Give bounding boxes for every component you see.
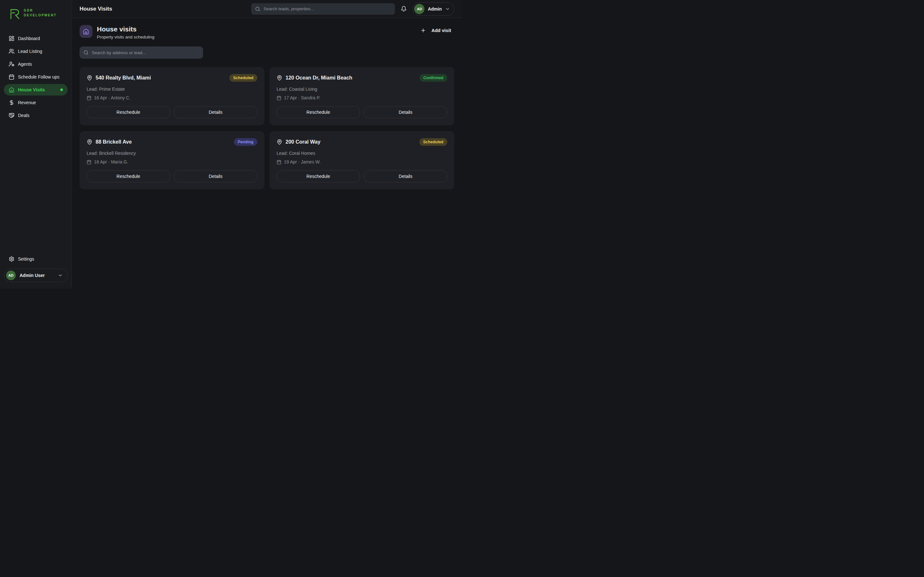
sidebar-item-label: Lead Listing bbox=[18, 49, 42, 54]
sidebar-item-settings[interactable]: Settings bbox=[4, 253, 68, 265]
sidebar-item-label: Agents bbox=[18, 61, 32, 67]
map-pin-icon bbox=[87, 75, 92, 81]
visit-card-header: 540 Realty Blvd, Miami Scheduled bbox=[87, 74, 257, 82]
sidebar-item-label: Revenue bbox=[18, 100, 36, 105]
sidebar-item[interactable]: Lead Listing bbox=[4, 45, 68, 57]
search-icon bbox=[255, 6, 260, 11]
sidebar-item[interactable]: House Visits bbox=[4, 84, 68, 95]
users-icon bbox=[9, 48, 15, 54]
visit-lead: Lead: Coral Homes bbox=[276, 151, 447, 156]
visit-date: 17 Apr · Sandra P. bbox=[276, 95, 447, 100]
page-subtitle: Property visits and scheduling bbox=[97, 35, 154, 39]
global-search-input[interactable] bbox=[263, 6, 391, 11]
sidebar-item[interactable]: Deals bbox=[4, 110, 68, 121]
visit-card: 88 Brickell Ave Pending Lead: Brickell R… bbox=[79, 131, 264, 189]
page-header-text: House visits Property visits and schedul… bbox=[97, 25, 154, 39]
details-button[interactable]: Details bbox=[364, 170, 447, 182]
settings-label: Settings bbox=[18, 256, 34, 261]
brand-line1: GDR bbox=[24, 8, 57, 13]
calendar-icon bbox=[87, 95, 91, 100]
brand-name: GDR DEVELOPMENT bbox=[24, 8, 57, 18]
visit-search-input[interactable] bbox=[92, 50, 199, 55]
map-pin-icon bbox=[276, 75, 282, 81]
plus-icon bbox=[420, 27, 426, 33]
sidebar-user-menu[interactable]: AD Admin User bbox=[4, 269, 68, 282]
calendar-icon bbox=[87, 160, 91, 164]
visit-lead: Lead: Coastal Living bbox=[276, 87, 447, 92]
calendar-icon bbox=[276, 95, 281, 100]
sidebar-nav: Dashboard Lead Listing Agents Schedule F… bbox=[0, 32, 71, 122]
status-badge: Pending bbox=[234, 138, 257, 146]
page-content: House visits Property visits and schedul… bbox=[72, 18, 462, 288]
reschedule-button[interactable]: Reschedule bbox=[87, 106, 170, 118]
avatar: AD bbox=[414, 4, 425, 14]
status-badge: Scheduled bbox=[419, 138, 447, 146]
page-title: House visits bbox=[97, 25, 154, 33]
reschedule-button[interactable]: Reschedule bbox=[276, 170, 360, 182]
reschedule-button[interactable]: Reschedule bbox=[276, 106, 360, 118]
visit-cards-grid: 540 Realty Blvd, Miami Scheduled Lead: P… bbox=[79, 67, 454, 189]
sidebar: GDR DEVELOPMENT Dashboard Lead Listing A… bbox=[0, 0, 72, 288]
sidebar-item[interactable]: Revenue bbox=[4, 97, 68, 108]
details-button[interactable]: Details bbox=[174, 170, 257, 182]
visit-date: 18 Apr · Maria G. bbox=[87, 159, 257, 164]
details-button[interactable]: Details bbox=[174, 106, 257, 118]
visit-lead: Lead: Brickell Residency bbox=[87, 151, 257, 156]
visit-date-text: 18 Apr · Maria G. bbox=[94, 159, 128, 164]
main-column: House Visits AD Admin House visits Prope… bbox=[72, 0, 462, 288]
visit-card-header: 88 Brickell Ave Pending bbox=[87, 138, 257, 146]
sidebar-item-label: Dashboard bbox=[18, 36, 40, 41]
reschedule-button[interactable]: Reschedule bbox=[87, 170, 170, 182]
chevron-down-icon bbox=[58, 273, 63, 278]
status-badge: Confirmed bbox=[420, 74, 447, 82]
add-visit-label: Add visit bbox=[431, 28, 451, 33]
visit-date-text: 16 Apr · Antony C. bbox=[94, 95, 131, 100]
visit-actions: Reschedule Details bbox=[87, 170, 257, 182]
handshake-icon bbox=[9, 113, 15, 118]
map-pin-icon bbox=[276, 139, 282, 145]
visit-card-header: 200 Coral Way Scheduled bbox=[276, 138, 447, 146]
details-button[interactable]: Details bbox=[364, 106, 447, 118]
visit-date-text: 19 Apr · James W. bbox=[284, 159, 320, 164]
gdr-logo bbox=[8, 6, 21, 19]
calendar-icon bbox=[9, 74, 15, 80]
visit-address: 120 Ocean Dr, Miami Beach bbox=[286, 75, 352, 81]
page-header-icon-box bbox=[79, 25, 92, 38]
sidebar-item-label: Schedule Follow ups bbox=[18, 74, 59, 79]
visit-address: 200 Coral Way bbox=[286, 139, 320, 145]
dollar-icon bbox=[9, 100, 15, 105]
avatar: AD bbox=[6, 271, 16, 280]
page-header: House visits Property visits and schedul… bbox=[79, 25, 454, 39]
visit-card: 200 Coral Way Scheduled Lead: Coral Home… bbox=[270, 131, 454, 189]
visit-search[interactable] bbox=[79, 47, 203, 59]
global-search[interactable] bbox=[251, 3, 395, 15]
visit-actions: Reschedule Details bbox=[276, 106, 447, 118]
visit-actions: Reschedule Details bbox=[87, 106, 257, 118]
active-dot bbox=[60, 89, 63, 91]
visit-address: 540 Realty Blvd, Miami bbox=[95, 75, 151, 81]
dashboard-icon bbox=[9, 35, 15, 41]
visit-actions: Reschedule Details bbox=[276, 170, 447, 182]
visit-lead: Lead: Prime Estate bbox=[87, 87, 257, 92]
calendar-icon bbox=[276, 160, 281, 164]
gear-icon bbox=[9, 256, 15, 262]
visit-card: 120 Ocean Dr, Miami Beach Confirmed Lead… bbox=[270, 67, 454, 125]
visit-card-header: 120 Ocean Dr, Miami Beach Confirmed bbox=[276, 74, 447, 82]
sidebar-item-label: House Visits bbox=[18, 87, 45, 92]
house-icon bbox=[9, 87, 15, 93]
sidebar-item[interactable]: Dashboard bbox=[4, 33, 68, 44]
notifications-button[interactable] bbox=[401, 6, 407, 12]
status-badge: Scheduled bbox=[229, 74, 257, 82]
user-name: Admin User bbox=[19, 273, 45, 278]
account-name: Admin bbox=[428, 6, 442, 11]
visit-date: 19 Apr · James W. bbox=[276, 159, 447, 164]
chevron-down-icon bbox=[445, 6, 450, 11]
home-icon bbox=[83, 28, 89, 35]
map-pin-icon bbox=[87, 139, 92, 145]
sidebar-item[interactable]: Schedule Follow ups bbox=[4, 71, 68, 83]
sidebar-item[interactable]: Agents bbox=[4, 58, 68, 70]
account-menu[interactable]: AD Admin bbox=[413, 2, 454, 16]
brand-line2: DEVELOPMENT bbox=[24, 13, 57, 18]
add-visit-button[interactable]: Add visit bbox=[417, 25, 454, 36]
search-icon bbox=[83, 50, 89, 55]
